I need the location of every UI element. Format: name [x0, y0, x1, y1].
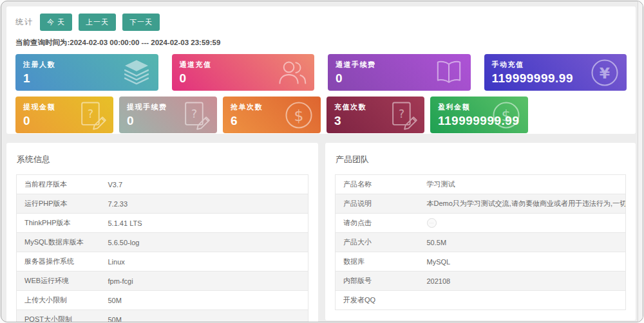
stat-card-label: 充值次数: [334, 102, 417, 112]
info-label: 内部版号: [336, 272, 419, 291]
info-value: 学习测试: [419, 175, 626, 194]
info-value: [419, 291, 626, 310]
info-value: 7.2.33: [100, 194, 308, 214]
stat-card: 注册人数1: [15, 54, 158, 91]
info-label: ThinkPHP版本: [17, 214, 100, 233]
info-value: [419, 214, 626, 233]
stat-card-label: 提现金额: [23, 102, 106, 112]
stat-card-value: 0: [336, 72, 463, 84]
info-value: 本Demo只为学习测试交流,请勿要做商业或者用于违法行为,一切后果自负.: [419, 194, 626, 214]
info-row: 产品名称学习测试: [336, 175, 626, 194]
info-row: 开发者QQ: [336, 291, 626, 310]
statistics-header: 统计 今 天 上一天 下一天: [15, 14, 627, 31]
product-team-table: 产品名称学习测试产品说明本Demo只为学习测试交流,请勿要做商业或者用于违法行为…: [335, 174, 626, 310]
stat-card-value: 1: [23, 72, 151, 84]
stat-card-value: 6: [231, 115, 313, 127]
info-label: 产品名称: [336, 175, 419, 194]
stat-card-label: 盈利金额: [438, 102, 520, 112]
info-row: 请勿点击: [336, 214, 626, 233]
info-panels-row: 系统信息 当前程序版本V3.7运行PHP版本7.2.33ThinkPHP版本5.…: [6, 143, 636, 322]
stat-card: 提现手续费0?: [119, 97, 217, 133]
stat-cards-row-1: 注册人数1通道充值0通道手续费0手动充值119999999.99¥: [15, 54, 627, 91]
stat-card-label: 注册人数: [23, 60, 151, 69]
query-time-text: 当前查询时间为:2024-02-03 00:00:00 --- 2024-02-…: [15, 38, 627, 48]
info-value: 50M: [100, 291, 308, 310]
stat-card: 通道充值0: [172, 54, 315, 91]
stat-card: 盈利金额119999999.99$: [430, 97, 528, 133]
statistics-title: 统计: [15, 17, 33, 28]
info-value: Linux: [100, 252, 308, 272]
system-info-panel: 系统信息 当前程序版本V3.7运行PHP版本7.2.33ThinkPHP版本5.…: [6, 143, 318, 322]
info-row: 内部版号202108: [336, 272, 626, 291]
stat-card: 抢单次数6$: [223, 97, 321, 133]
info-value: MySQL: [419, 252, 626, 272]
stat-card-label: 通道充值: [180, 60, 307, 69]
stat-card-label: 通道手续费: [336, 60, 463, 69]
stat-card: 手动充值119999999.99¥: [484, 54, 627, 91]
info-label: POST大小限制: [17, 310, 100, 323]
prev-day-button[interactable]: 上一天: [79, 14, 116, 31]
info-label: 运行PHP版本: [17, 194, 100, 214]
info-label: 产品说明: [336, 194, 419, 214]
info-label: 产品大小: [336, 233, 419, 252]
info-row: ThinkPHP版本5.1.41 LTS: [17, 214, 308, 233]
info-row: 运行PHP版本7.2.33: [17, 194, 308, 214]
info-row: 当前程序版本V3.7: [17, 175, 308, 194]
stat-card-label: 手动充值: [492, 60, 620, 69]
vertical-scrollbar[interactable]: [638, 1, 643, 322]
system-info-table: 当前程序版本V3.7运行PHP版本7.2.33ThinkPHP版本5.1.41 …: [16, 174, 308, 322]
stat-card-value: 119999999.99: [492, 72, 620, 84]
info-row: MySQL数据库版本5.6.50-log: [17, 233, 308, 252]
info-label: 数据库: [336, 252, 419, 272]
stat-card: 充值次数3?: [327, 97, 424, 133]
info-value: fpm-fcgi: [100, 272, 308, 291]
info-value: V3.7: [100, 175, 308, 194]
info-row: WEB运行环境fpm-fcgi: [17, 272, 308, 291]
info-label: MySQL数据库版本: [17, 233, 100, 252]
system-info-title: 系统信息: [17, 154, 308, 165]
info-label: 请勿点击: [336, 214, 419, 233]
info-label: 当前程序版本: [17, 175, 100, 194]
info-row: 服务器操作系统Linux: [17, 252, 308, 272]
stat-card-value: 0: [127, 115, 209, 127]
do-not-click-icon[interactable]: [427, 218, 437, 228]
stat-card-label: 抢单次数: [231, 102, 313, 112]
info-row: 产品说明本Demo只为学习测试交流,请勿要做商业或者用于违法行为,一切后果自负.: [336, 194, 626, 214]
stat-card: 通道手续费0: [328, 54, 471, 91]
product-team-title: 产品团队: [336, 154, 626, 165]
info-row: 产品大小50.5M: [336, 233, 626, 252]
next-day-button[interactable]: 下一天: [122, 14, 160, 31]
info-value: 50.5M: [419, 233, 626, 252]
info-value: 50M: [100, 310, 308, 323]
info-row: POST大小限制50M: [17, 310, 308, 323]
stat-card-value: 3: [334, 115, 417, 127]
product-team-panel: 产品团队 产品名称学习测试产品说明本Demo只为学习测试交流,请勿要做商业或者用…: [325, 143, 636, 320]
info-value: 202108: [419, 272, 626, 291]
info-label: 服务器操作系统: [17, 252, 100, 272]
info-row: 上传大小限制50M: [17, 291, 308, 310]
stat-card-value: 119999999.99: [438, 115, 520, 127]
info-value: 5.6.50-log: [100, 233, 308, 252]
today-button[interactable]: 今 天: [40, 14, 72, 31]
info-label: 上传大小限制: [17, 291, 100, 310]
stat-card: 提现金额0?: [15, 97, 113, 133]
dashboard-window: 统计 今 天 上一天 下一天 当前查询时间为:2024-02-03 00:00:…: [1, 1, 643, 322]
statistics-panel: 统计 今 天 上一天 下一天 当前查询时间为:2024-02-03 00:00:…: [6, 6, 636, 134]
info-label: WEB运行环境: [17, 272, 100, 291]
info-row: 数据库MySQL: [336, 252, 626, 272]
stat-card-value: 0: [180, 72, 307, 84]
stat-card-value: 0: [23, 115, 106, 127]
info-value: 5.1.41 LTS: [100, 214, 308, 233]
stat-cards-row-2: 提现金额0?提现手续费0?抢单次数6$充值次数3?盈利金额119999999.9…: [15, 97, 627, 133]
stat-card-label: 提现手续费: [127, 102, 209, 112]
info-label: 开发者QQ: [336, 291, 419, 310]
